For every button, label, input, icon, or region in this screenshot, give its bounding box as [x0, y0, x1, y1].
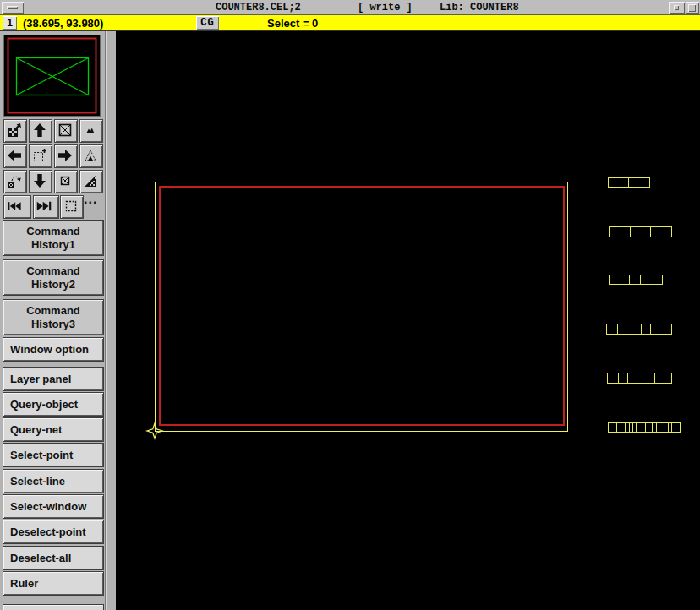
cell-preview-panel[interactable] — [4, 35, 100, 116]
select-point-button[interactable]: Select-point — [3, 444, 103, 466]
maximize-button[interactable] — [686, 2, 699, 14]
maximize-icon — [688, 4, 696, 12]
deselect-point-button[interactable]: Deselect-point — [3, 520, 103, 543]
redraw-button[interactable] — [4, 120, 26, 142]
pan-left-icon — [6, 147, 23, 164]
command-history3-button[interactable]: Command History3 — [3, 300, 103, 335]
select-box-button[interactable] — [61, 196, 83, 218]
minimize-button[interactable] — [669, 2, 685, 14]
cell-preview-thumbnail — [4, 35, 100, 116]
pan-down-button[interactable] — [30, 171, 52, 193]
fit-view-icon — [57, 122, 74, 139]
select-line-button[interactable]: Select-line — [3, 470, 103, 493]
previous-view-icon — [6, 172, 23, 189]
pan-right-button[interactable] — [55, 145, 77, 167]
sidebar: ... Command History1 Command History2 Co… — [0, 31, 117, 610]
previous-view-button[interactable] — [4, 171, 26, 193]
fit-cell-button[interactable] — [55, 171, 77, 193]
titlebar-cell-name: COUNTER8.CEL;2 — [216, 2, 301, 14]
command-history2-button[interactable]: Command History2 — [3, 260, 103, 295]
select-count: Select = 0 — [267, 17, 318, 30]
drawing-canvas-svg — [117, 31, 700, 610]
go-last-button[interactable] — [34, 196, 58, 218]
pan-up-icon — [31, 122, 48, 139]
go-first-icon — [6, 198, 23, 215]
zoom-out-button[interactable] — [80, 120, 102, 142]
titlebar[interactable]: COUNTER8.CEL;2 [ write ] Lib: COUNTER8 — [0, 0, 700, 15]
zoom-in-icon — [82, 147, 99, 164]
select-box-icon — [63, 198, 79, 215]
view-number-badge: 1 — [3, 16, 17, 30]
application-window: COUNTER8.CEL;2 [ write ] Lib: COUNTER8 1… — [0, 0, 700, 610]
window-menu-button[interactable] — [2, 2, 24, 14]
command-history1-button[interactable]: Command History1 — [3, 221, 103, 255]
minimize-icon — [674, 5, 679, 10]
grid-indicator-button[interactable]: CG — [196, 16, 219, 30]
titlebar-write-mode: [ write ] — [358, 2, 413, 14]
zoom-window-button[interactable] — [30, 145, 52, 167]
cursor-coordinates: (38.695, 93.980) — [23, 17, 103, 30]
sidebar-seam-highlight — [106, 31, 107, 610]
zoom-out-icon — [82, 122, 99, 139]
query-net-button[interactable]: Query-net — [3, 418, 103, 441]
ruler-button[interactable]: Ruler — [3, 572, 103, 595]
main-area: ... Command History1 Command History2 Co… — [0, 31, 700, 610]
query-object-button[interactable]: Query-object — [3, 393, 103, 416]
go-first-button[interactable] — [4, 196, 30, 218]
more-options-label[interactable]: ... — [84, 192, 106, 207]
clipped-next-button — [3, 605, 103, 610]
layer-panel-button[interactable]: Layer panel — [3, 368, 103, 390]
pan-left-button[interactable] — [4, 145, 26, 167]
drawing-canvas[interactable] — [117, 31, 700, 610]
titlebar-library: Lib: COUNTER8 — [440, 2, 519, 14]
fit-view-button[interactable] — [55, 120, 77, 142]
pan-down-icon — [31, 172, 48, 189]
zoom-window-icon — [31, 147, 48, 164]
redraw-icon — [6, 122, 23, 139]
check-area-button[interactable] — [80, 171, 102, 193]
deselect-all-button[interactable]: Deselect-all — [3, 547, 103, 569]
zoom-in-button[interactable] — [80, 145, 102, 167]
window-menu-icon — [7, 6, 18, 9]
status-bar: 1 (38.695, 93.980) CG Select = 0 — [0, 15, 700, 31]
fit-cell-icon — [57, 172, 74, 189]
window-option-button[interactable]: Window option — [3, 338, 103, 361]
pan-right-icon — [57, 147, 74, 164]
go-last-icon — [36, 198, 52, 215]
check-area-icon — [82, 172, 99, 189]
select-window-button[interactable]: Select-window — [3, 495, 103, 518]
pan-up-button[interactable] — [30, 120, 52, 142]
